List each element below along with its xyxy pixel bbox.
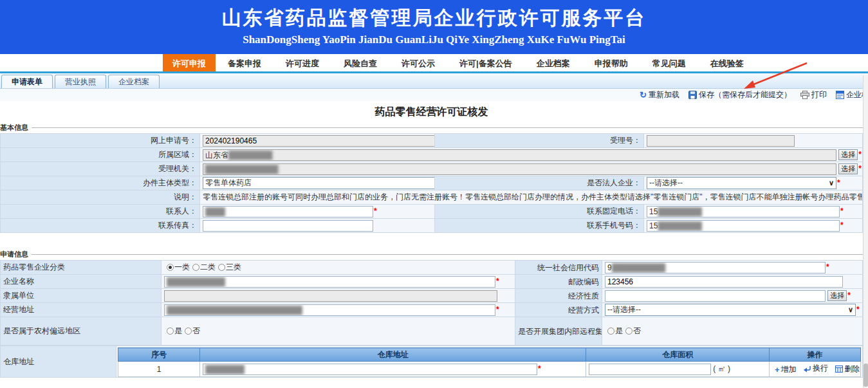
business-mode-select[interactable]: --请选择--∨ [605, 304, 856, 316]
redacted-text: ████████████████████████████ [167, 306, 302, 315]
required-mark: * [374, 207, 377, 216]
print-label: 打印 [811, 89, 827, 100]
required-mark: * [496, 277, 499, 286]
remote-review-radiogroup: 是否 [602, 317, 863, 346]
print-button[interactable]: 打印 [800, 89, 827, 100]
authority-choose-button[interactable]: 选择 [838, 163, 858, 174]
accept-no-input[interactable] [647, 135, 795, 147]
nav-item-license-apply[interactable]: 许可申报 [163, 54, 216, 71]
save-button[interactable]: 保存（需保存后才能提交） [688, 89, 791, 100]
redacted-text: ███████████ [612, 263, 665, 272]
mobile-input[interactable]: 15█████████ [647, 220, 840, 232]
online-apply-no-input[interactable] [203, 135, 435, 147]
required-mark: * [840, 221, 844, 230]
table-row: 说明： 零售连锁总部注册的账号可同时办理总部和门店的业务，门店无需注册账号！零售… [1, 190, 863, 205]
radio-category-3[interactable] [218, 264, 225, 271]
tab-application-form[interactable]: 申请表单 [1, 75, 53, 88]
nav-item-apply-help[interactable]: 申报帮助 [595, 54, 628, 71]
tab-business-license[interactable]: 营业执照 [55, 75, 106, 88]
postcode-label: 邮政编码 [515, 275, 602, 289]
warehouse-table: 序号 仓库地址 仓库面积 操作 1 ████████* ( ㎡ ) +增加 换行 [118, 347, 861, 377]
reload-button[interactable]: ↻ 重新加载 [640, 89, 679, 100]
radio-category-2[interactable] [192, 264, 199, 271]
company-name-input[interactable]: ████████████ [164, 276, 495, 288]
region-input[interactable]: 山东省█████████ [203, 149, 836, 161]
economic-nature-input[interactable] [605, 290, 826, 302]
is-legal-entity-select[interactable]: --请选择--∨ [647, 177, 836, 189]
accept-authority-input[interactable]: ███████████████ [203, 163, 836, 175]
landline-label: 联系固定电话： [435, 205, 644, 219]
online-apply-no-label: 网上申请号： [1, 134, 200, 148]
add-row-button[interactable]: +增加 [775, 364, 797, 375]
reload-icon: ↻ [640, 91, 647, 99]
redacted-text: ███████████████ [205, 165, 278, 174]
nav-item-faq[interactable]: 常见问题 [652, 54, 686, 71]
warehouse-row-actions: +增加 换行 删除 [770, 362, 861, 377]
radio-remote-no[interactable] [625, 328, 633, 335]
economic-choose-button[interactable]: 选择 [827, 290, 847, 301]
mobile-label: 联系手机号码： [435, 219, 644, 233]
credit-code-input[interactable]: 9███████████ [605, 262, 826, 273]
section-basic-info: 基本信息 [0, 123, 863, 132]
nav-item-risk-selfcheck[interactable]: 风险自查 [344, 54, 377, 71]
section-apply-label: 申请信息 [0, 250, 28, 259]
table-row: 联系人： ████* 联系固定电话： 15█████████* [1, 205, 863, 219]
accept-no-label: 受理号： [435, 134, 644, 148]
parent-unit-label: 隶属单位 [1, 289, 162, 303]
parent-unit-input[interactable] [164, 290, 497, 302]
print-icon [800, 91, 809, 99]
credit-code-label: 统一社会信用代码 [515, 261, 602, 275]
save-label: 保存（需保存后才能提交） [699, 89, 791, 100]
landline-input[interactable]: 15█████████ [647, 206, 840, 217]
section-apply-info: 申请信息 [0, 250, 863, 259]
scrollbar-thumb[interactable] [863, 364, 868, 387]
redacted-text: ████ [205, 207, 225, 216]
warehouse-address-label: 仓库地址 [1, 346, 116, 378]
radio-rural-yes[interactable] [167, 328, 174, 335]
fax-label: 联系传真： [1, 219, 200, 233]
vertical-scrollbar[interactable] [863, 75, 868, 388]
required-mark: * [496, 305, 499, 314]
tab-enterprise-archive[interactable]: 企业档案 [108, 75, 160, 88]
table-row: 隶属单位 经济性质 选择* [1, 289, 863, 303]
radio-category-1[interactable] [167, 264, 174, 271]
redacted-text: █████████ [658, 207, 701, 216]
required-mark: * [840, 207, 844, 216]
table-row: 是否属于农村偏远地区 是否 是否开展集团内部远程集中审核处方 是否 [1, 317, 863, 346]
required-mark: * [847, 291, 851, 300]
subject-type-select[interactable]: 零售单体药店∨ [203, 177, 435, 189]
section-divider [32, 254, 863, 255]
nav-item-license-record-notice[interactable]: 许可|备案公告 [459, 54, 512, 71]
warehouse-header-row: 序号 仓库地址 仓库面积 操作 [118, 348, 861, 362]
postcode-input[interactable] [605, 276, 843, 288]
save-icon [688, 91, 697, 99]
nav-item-enterprise-archive[interactable]: 企业档案 [537, 54, 570, 71]
wrap-row-button[interactable]: 换行 [804, 363, 828, 374]
nav-item-record-apply[interactable]: 备案申报 [228, 54, 261, 71]
warehouse-area-input[interactable] [589, 364, 711, 375]
nav-item-online-verify-sign[interactable]: 在线验签 [710, 54, 744, 71]
radio-rural-no[interactable] [185, 328, 192, 335]
site-subtitle: ShanDongSheng YaoPin JianDu GuanLiJu QiY… [0, 33, 868, 46]
radio-remote-yes[interactable] [607, 328, 614, 335]
form-toolbar: ↻ 重新加载 保存（需保存后才能提交） 打印 企业核验 [0, 89, 868, 101]
rural-remote-radiogroup: 是否 [162, 317, 515, 346]
delete-row-button[interactable]: 删除 [835, 364, 860, 374]
table-row: 药品零售企业分类 一类二类三类 统一社会信用代码 9███████████* [1, 261, 863, 275]
business-mode-label: 经营方式 [515, 303, 602, 317]
section-divider [32, 127, 863, 128]
col-operation: 操作 [770, 348, 861, 362]
tab-strip: 申请表单 营业执照 企业档案 [0, 73, 868, 89]
form-title: 药品零售经营许可证核发 [0, 102, 863, 123]
economic-nature-label: 经济性质 [515, 289, 602, 303]
page: 山东省药品监督管理局企业行政许可服务平台 ShanDongSheng YaoPi… [0, 0, 868, 388]
required-mark: * [856, 305, 860, 314]
fax-input[interactable] [203, 220, 373, 232]
nav-item-license-progress[interactable]: 许可进度 [286, 54, 319, 71]
region-choose-button[interactable]: 选择 [838, 149, 858, 160]
business-address-input[interactable]: ████████████████████████████ [164, 304, 495, 316]
nav-item-license-publicity[interactable]: 许可公示 [402, 54, 435, 71]
contact-person-input[interactable]: ████ [203, 206, 373, 217]
table-row: 受理机关： ███████████████ 选择* [1, 162, 863, 176]
warehouse-address-input[interactable]: ████████ [203, 364, 537, 375]
